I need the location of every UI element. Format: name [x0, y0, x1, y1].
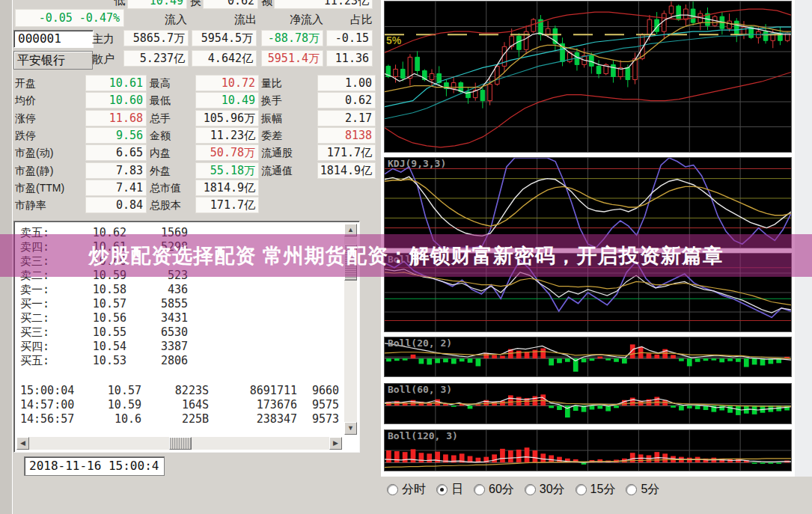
order-book-row[interactable]: 买二:10.563431 [20, 311, 188, 325]
boll60-chart-frame: Boll(60, 3) [383, 382, 793, 425]
detail-label: 流通值 [261, 162, 317, 179]
period-option-30分[interactable]: 30分 [525, 482, 565, 498]
period-option-60分[interactable]: 60分 [474, 482, 514, 498]
horizontal-scrollbar[interactable]: ◀ ▶ [16, 437, 342, 450]
detail-label: 市盈(动) [15, 144, 84, 161]
boll60-chart[interactable]: Boll(60, 3) [384, 383, 792, 424]
scroll-down-button[interactable]: ▼ [344, 422, 357, 435]
boll20-chart-frame: Boll(20, 2) [383, 336, 793, 378]
scroll-left-button[interactable]: ◀ [16, 437, 29, 450]
radio-selected-icon [436, 484, 448, 495]
amount-label: 额 [261, 0, 272, 9]
change-percent: -0.47% [79, 11, 120, 25]
flow-value: -88.78万 [261, 30, 323, 46]
ad-banner-overlay[interactable]: 炒股配资选择配资 常州期货配资：解锁财富新密码，开启投资新篇章 [0, 234, 812, 277]
transaction-row: 15:00:0410.578223S86917119660 [20, 384, 339, 398]
boll20-label: Boll(20, 2) [388, 337, 452, 349]
detail-value: 105.96万 [195, 110, 259, 126]
turnover-value: 0.62 [203, 0, 258, 9]
order-book-cell: 6530 [126, 325, 188, 340]
flow-row-label: 主力 [92, 30, 115, 47]
transaction-cell: 9573 [297, 412, 339, 426]
flow-header-ratio: 占比 [326, 11, 373, 28]
period-option-分时[interactable]: 分时 [387, 482, 426, 498]
scroll-right-button[interactable]: ▶ [329, 437, 342, 450]
order-book-cell: 买五: [20, 354, 68, 368]
detail-value: 6.65 [85, 144, 147, 161]
period-option-5分[interactable]: 5分 [626, 482, 659, 498]
detail-value: 171.7亿 [317, 144, 376, 161]
boll60-label: Boll(60, 3) [388, 384, 452, 395]
detail-label: 外盘 [150, 162, 195, 179]
detail-label: 总手 [150, 110, 195, 126]
detail-value: 10.49 [195, 92, 259, 108]
scroll-right-icon: ▶ [333, 439, 338, 447]
order-book-row[interactable]: 买四:10.543387 [20, 340, 188, 354]
boll20-chart[interactable]: Boll(20, 2) [384, 337, 792, 377]
order-book-row[interactable]: 卖一:10.58436 [20, 283, 188, 297]
order-book-cell: 5855 [126, 297, 188, 311]
kline-chart-svg [385, 1, 791, 152]
detail-value: 50.78万 [195, 144, 259, 161]
scroll-up-icon: ▲ [347, 226, 354, 233]
detail-value: 10.72 [195, 75, 259, 91]
detail-value: 1814.9亿 [317, 162, 376, 179]
period-selector: 分时日60分30分15分5分 [387, 482, 659, 498]
period-option-label: 60分 [489, 482, 514, 498]
datetime-box[interactable]: 2018-11-16 15:00:4 [24, 456, 165, 476]
order-book-cell: 2806 [126, 354, 188, 368]
transaction-row: 14:57:0010.59164S1736769575 [20, 398, 339, 412]
low-label: 低 [114, 0, 125, 9]
detail-label: 流通股 [261, 144, 317, 161]
radio-unselected-icon [474, 484, 485, 495]
order-book-cell: 买一: [20, 297, 68, 311]
horizontal-scroll-thumb[interactable] [169, 437, 192, 450]
price-change-box: -0.05 -0.47% [15, 9, 124, 27]
detail-value: 0.84 [85, 197, 147, 213]
detail-label: 振幅 [261, 110, 317, 126]
order-book-cell: 10.55 [68, 325, 126, 340]
period-option-label: 30分 [540, 482, 565, 498]
order-book-cell: 卖一: [20, 283, 68, 297]
kline-chart[interactable]: 5% [384, 1, 792, 153]
transaction-cell: 10.59 [82, 398, 141, 412]
order-book-row[interactable]: 买三:10.556530 [20, 325, 188, 340]
order-book-cell: 10.57 [68, 297, 126, 311]
order-book-cell: 3387 [126, 340, 188, 354]
detail-label: 市盈(静) [15, 162, 84, 179]
detail-label: 量比 [261, 75, 317, 91]
detail-value: 10.60 [85, 92, 147, 108]
period-option-日[interactable]: 日 [436, 482, 463, 498]
detail-label: 开盘 [15, 75, 84, 91]
period-option-label: 15分 [590, 482, 616, 498]
transaction-cell: 8691711 [209, 384, 297, 398]
low-value: 10.49 [127, 0, 187, 9]
detail-value: 2.17 [317, 110, 376, 126]
detail-label: 内盘 [150, 144, 195, 161]
boll120-chart[interactable]: Boll(120, 3) [384, 429, 792, 471]
period-option-15分[interactable]: 15分 [576, 482, 616, 498]
flow-header-net: 净流入 [261, 11, 323, 28]
detail-label: 跌停 [15, 127, 84, 144]
detail-label: 最高 [150, 75, 195, 91]
detail-value: 9.56 [85, 127, 147, 144]
boll120-chart-frame: Boll(120, 3) [383, 429, 793, 472]
order-book-cell: 3431 [126, 311, 188, 325]
flow-value: 5951.4万 [261, 50, 323, 67]
order-book-cell: 10.54 [68, 340, 126, 354]
detail-label: 金额 [150, 127, 195, 144]
flow-header-outflow: 流出 [192, 11, 257, 28]
amount-value: 11.23亿 [274, 0, 373, 9]
detail-label: 委差 [261, 127, 317, 144]
radio-unselected-icon [525, 484, 536, 495]
detail-value: 11.68 [85, 110, 147, 126]
order-book-cell: 10.53 [68, 354, 126, 368]
transaction-cell: 15:00:04 [20, 384, 82, 398]
detail-value: 171.7亿 [195, 197, 259, 213]
detail-label: 总市值 [150, 180, 195, 196]
order-book-row[interactable]: 买一:10.575855 [20, 297, 188, 311]
order-book-row[interactable]: 买五:10.532806 [20, 354, 188, 368]
change-value: -0.05 [39, 11, 73, 25]
detail-label: 均价 [15, 92, 84, 108]
order-book-cell: 买四: [20, 340, 68, 354]
